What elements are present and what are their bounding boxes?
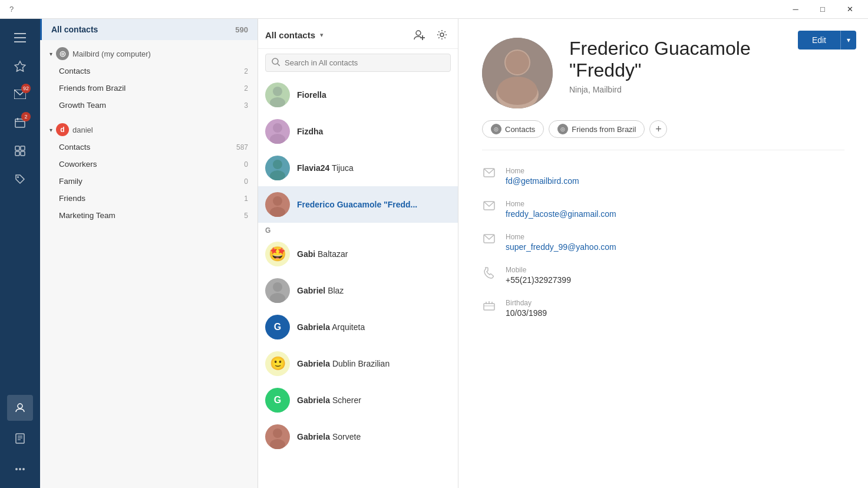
daniel-section-icon: d [56, 123, 69, 136]
svg-point-26 [272, 58, 278, 64]
email-1-content: Home fd@getmailbird.com [506, 167, 579, 186]
contacts-title-chevron-icon[interactable]: ▾ [320, 31, 324, 39]
detail-subtitle: Ninja, Mailbird [569, 85, 844, 94]
search-icon [272, 58, 280, 68]
list-item[interactable]: Fizdha [258, 113, 458, 150]
add-contact-button[interactable] [411, 26, 428, 44]
svg-point-20 [19, 468, 21, 470]
contacts-header-icons [411, 26, 451, 44]
nav-item-coworkers[interactable]: Coworkers 0 [40, 156, 258, 173]
svg-rect-15 [16, 434, 24, 443]
maximize-button[interactable]: □ [809, 0, 836, 19]
svg-point-38 [273, 428, 282, 438]
avatar: G [265, 388, 290, 413]
email-icon [482, 201, 496, 213]
birthday-content: Birthday 10/03/1989 [506, 299, 547, 318]
list-item[interactable]: Gabriel Blaz [258, 272, 458, 309]
nav-item-friends-brazil[interactable]: Friends from Brazil 2 [40, 80, 258, 97]
svg-rect-48 [484, 304, 494, 310]
email-1-value[interactable]: fd@getmailbird.com [506, 176, 579, 186]
sidebar-item-mail[interactable]: 92 [7, 81, 33, 107]
svg-line-27 [278, 64, 280, 66]
nav-item-mailbird-contacts[interactable]: Contacts 2 [40, 62, 258, 80]
svg-point-31 [270, 134, 285, 144]
nav-item-count: 2 [244, 67, 248, 75]
help-button[interactable]: ? [5, 5, 18, 14]
minimize-button[interactable]: ─ [782, 0, 809, 19]
chevron-down-icon: ▾ [49, 51, 52, 57]
nav-item-family[interactable]: Family 0 [40, 173, 258, 190]
sidebar-item-menu[interactable] [7, 25, 33, 51]
nav-item-marketing-team[interactable]: Marketing Team 5 [40, 207, 258, 224]
sidebar-bottom [7, 394, 33, 483]
close-button[interactable]: ✕ [836, 0, 863, 19]
sidebar-item-contacts[interactable] [7, 395, 33, 421]
avatar: 🙂 [265, 351, 290, 376]
nav-section-mailbird: ▾ ◎ Mailbird (my computer) Contacts 2 Fr… [40, 40, 258, 116]
nav-item-daniel-contacts[interactable]: Contacts 587 [40, 139, 258, 156]
list-item[interactable]: Frederico Guacamole "Fredd... [258, 186, 458, 223]
list-item[interactable]: G Gabriela Arquiteta [258, 309, 458, 345]
nav-section-header-daniel[interactable]: ▾ d daniel [40, 118, 258, 139]
edit-btn-container: Edit ▾ [798, 31, 856, 50]
nav-item-growth-team[interactable]: Growth Team 3 [40, 97, 258, 114]
phone-content: Mobile +55(21)32927399 [506, 266, 571, 285]
email-icon [482, 168, 496, 180]
sidebar-item-apps[interactable] [7, 138, 33, 164]
all-contacts-nav[interactable]: All contacts 590 [40, 19, 258, 40]
search-input[interactable] [285, 58, 444, 67]
svg-point-33 [270, 170, 285, 180]
list-item[interactable]: Fiorella [258, 77, 458, 113]
nav-item-count: 0 [244, 177, 248, 186]
avatar: G [265, 315, 290, 339]
sidebar-item-calendar[interactable]: 2 [7, 110, 33, 136]
svg-point-36 [273, 282, 282, 292]
nav-item-friends[interactable]: Friends 1 [40, 190, 258, 207]
settings-button[interactable] [433, 26, 451, 44]
email-2-content: Home freddy_lacoste@ginamail.com [506, 200, 616, 219]
contact-name: Gabriela Arquiteta [297, 322, 365, 332]
add-group-button[interactable]: + [649, 120, 667, 138]
svg-rect-12 [21, 151, 25, 156]
svg-point-43 [506, 51, 529, 74]
nav-section-header-mailbird[interactable]: ▾ ◎ Mailbird (my computer) [40, 42, 258, 62]
email-2-value[interactable]: freddy_lacoste@ginamail.com [506, 209, 616, 219]
avatar [265, 156, 290, 180]
nav-item-label: Coworkers [59, 160, 97, 169]
phone-label: Mobile [506, 266, 571, 274]
sidebar-item-more[interactable] [7, 456, 33, 482]
group-tag-contacts[interactable]: ◎ Contacts [482, 120, 544, 138]
svg-point-29 [270, 97, 285, 107]
mailbird-section-icon: ◎ [56, 47, 69, 60]
phone-icon [482, 267, 496, 282]
svg-point-37 [270, 293, 285, 303]
list-item[interactable]: 🤩 Gabi Baltazar [258, 236, 458, 272]
nav-item-label: Family [59, 177, 82, 186]
contact-list: Fiorella Fizdha Flavia24 Tijuca Frederic… [258, 77, 458, 488]
group-tag-contacts-label: Contacts [505, 125, 535, 134]
contacts-title-row: All contacts ▾ [265, 30, 324, 40]
edit-dropdown-button[interactable]: ▾ [840, 31, 856, 50]
phone-value: +55(21)32927399 [506, 275, 571, 285]
sidebar-item-tags[interactable] [7, 166, 33, 192]
list-item[interactable]: G Gabriela Scherer [258, 382, 458, 418]
nav-panel: All contacts 590 ▾ ◎ Mailbird (my comput… [40, 19, 258, 488]
group-tag-friends-brazil[interactable]: ◎ Friends from Brazil [549, 120, 645, 138]
list-item[interactable]: 🙂 Gabriela Dublin Brazilian [258, 345, 458, 382]
edit-button[interactable]: Edit [798, 31, 840, 50]
titlebar: ? ─ □ ✕ [0, 0, 868, 19]
list-item[interactable]: Flavia24 Tijuca [258, 150, 458, 186]
list-item[interactable]: Gabriela Sorvete [258, 418, 458, 455]
sidebar-item-starred[interactable] [7, 53, 33, 79]
email-row-1: Home fd@getmailbird.com [482, 160, 844, 193]
group-tag-friends-label: Friends from Brazil [572, 125, 636, 134]
contact-name: Gabriela Sorvete [297, 432, 361, 441]
svg-point-25 [440, 33, 444, 37]
all-contacts-label: All contacts [51, 25, 98, 34]
all-contacts-count: 590 [235, 25, 248, 34]
email-3-value[interactable]: super_freddy_99@yahoo.com [506, 242, 616, 252]
email-2-label: Home [506, 200, 616, 208]
svg-point-30 [273, 123, 282, 133]
avatar [265, 192, 290, 217]
sidebar-item-notes[interactable] [7, 426, 33, 451]
